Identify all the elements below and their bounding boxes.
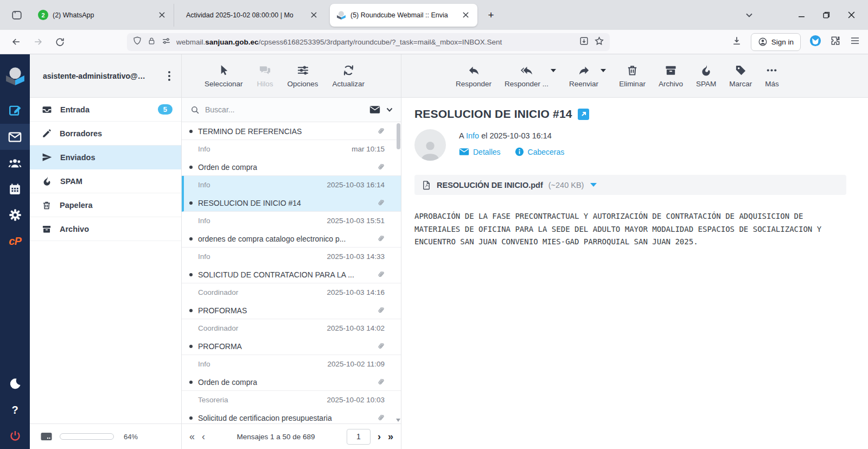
headers-button[interactable]: Cabeceras [515, 147, 565, 156]
firefox-view-icon[interactable] [8, 6, 26, 24]
search-options-chevron-icon[interactable] [386, 106, 393, 113]
dark-mode-button[interactable] [0, 371, 30, 397]
quota-percent: 64% [124, 433, 138, 441]
open-in-new-window-icon[interactable] [578, 109, 589, 120]
mark-button[interactable]: Marcar [729, 64, 752, 88]
folder-spam[interactable]: SPAM [30, 169, 181, 193]
tab-roundcube-active[interactable]: (5) Roundcube Webmail :: Envia [330, 4, 477, 27]
permissions-icon[interactable] [161, 36, 171, 48]
person-icon [418, 139, 442, 161]
window-close-button[interactable] [839, 4, 864, 26]
address-bar[interactable]: webmail.sanjuan.gob.ec/cpsess6168253395/… [127, 33, 610, 51]
options-button[interactable]: Opciones [288, 64, 318, 88]
downloads-icon[interactable] [731, 35, 742, 48]
tab-actividad[interactable]: Actividad 2025-10-02 08:00:00 | Mo [174, 4, 326, 27]
search-scope-mail-icon[interactable] [369, 105, 380, 114]
close-tab-icon[interactable] [459, 9, 472, 22]
folder-label: Archivo [60, 225, 89, 233]
window-minimize-button[interactable] [789, 4, 814, 26]
forward-button[interactable]: Reenviar [569, 64, 598, 88]
last-page-button[interactable]: » [388, 432, 393, 441]
unread-dot [189, 381, 193, 384]
more-button[interactable]: Más [765, 64, 779, 88]
pagination-text: Mensajes 1 a 50 de 689 [212, 433, 340, 441]
new-tab-button[interactable]: + [482, 6, 500, 24]
page-number-input[interactable] [347, 429, 371, 445]
save-page-icon[interactable] [579, 36, 589, 48]
select-button[interactable]: Seleccionar [205, 64, 243, 88]
compose-icon [8, 104, 22, 118]
contacts-nav-button[interactable] [0, 150, 30, 176]
reply-all-dropdown-caret[interactable] [551, 69, 556, 72]
attachment-dropdown-caret[interactable] [590, 183, 597, 187]
pdf-file-icon [422, 180, 431, 191]
app-rail: cP ? [0, 54, 30, 449]
extensions-puzzle-icon[interactable] [830, 35, 841, 48]
refresh-button[interactable]: Actualizar [333, 64, 365, 88]
calendar-nav-button[interactable] [0, 176, 30, 202]
sender-avatar [414, 129, 446, 161]
reload-icon[interactable] [51, 33, 68, 50]
message-list-item[interactable]: TERMINO DE REFERENCIAS [182, 122, 401, 140]
forward-dropdown-caret[interactable] [601, 69, 606, 72]
bookmark-star-icon[interactable] [594, 36, 604, 48]
message-list-item[interactable]: Coordinador2025-10-03 14:16 PROFORMAS [182, 283, 401, 319]
reply-button[interactable]: Responder [456, 64, 492, 88]
reply-all-button[interactable]: Responder ... [505, 64, 548, 88]
prev-page-button[interactable]: ‹ [202, 432, 205, 441]
shield-icon[interactable] [132, 36, 142, 48]
roundcube-favicon [336, 11, 346, 20]
settings-nav-button[interactable] [0, 202, 30, 228]
list-scrollbar-thumb[interactable] [397, 123, 400, 149]
account-menu-icon[interactable] [165, 69, 174, 83]
message-list-item[interactable]: Tesoreria2025-10-02 10:03 Solicitud de c… [182, 391, 401, 423]
archive-button[interactable]: Archivo [659, 64, 683, 88]
message-list-item[interactable]: Info2025-10-02 11:09 Orden de compra [182, 355, 401, 391]
attachment-paperclip-icon [374, 161, 387, 173]
folder-papelera[interactable]: Papelera [30, 193, 181, 217]
next-page-button[interactable]: › [378, 432, 381, 441]
close-tab-icon[interactable] [307, 9, 320, 22]
attachment-item[interactable]: RESOLUCIÓN DE INICIO.pdf (~240 KB) [414, 175, 846, 195]
sign-in-button[interactable]: Sign in [751, 33, 801, 51]
help-button[interactable]: ? [0, 397, 30, 423]
message-list-item-selected[interactable]: Info2025-10-03 16:14 RESOLUCION DE INICI… [182, 176, 401, 212]
message-list-item[interactable]: Info2025-10-03 14:33 SOLICITUD DE CONTRA… [182, 248, 401, 283]
first-page-button[interactable]: « [189, 432, 195, 441]
roundcube-logo [0, 54, 30, 98]
archive-icon [665, 64, 677, 77]
folder-enviados[interactable]: Enviados [30, 146, 181, 169]
recipient-link[interactable]: Info [466, 131, 479, 140]
folder-borradores[interactable]: Borradores [30, 122, 181, 146]
details-button[interactable]: Detalles [459, 147, 501, 156]
back-icon[interactable] [8, 33, 25, 50]
list-scrollbar-down-arrow[interactable] [396, 419, 400, 422]
compose-button[interactable] [0, 98, 30, 124]
search-input[interactable] [205, 105, 364, 114]
message-list-item[interactable]: Infomar 10:15 Orden de compra [182, 140, 401, 176]
lock-icon[interactable] [147, 36, 156, 48]
folder-entrada[interactable]: Entrada 5 [30, 98, 181, 122]
spam-button[interactable]: SPAM [696, 64, 716, 88]
message-list-item[interactable]: Coordinador2025-10-03 14:02 PROFORMA [182, 319, 401, 355]
forward-icon[interactable] [29, 33, 47, 50]
list-all-tabs-icon[interactable] [740, 6, 758, 24]
paper-plane-icon [42, 152, 52, 162]
mail-nav-button[interactable] [0, 124, 30, 150]
menu-hamburger-icon[interactable] [850, 35, 860, 48]
firefox-account-icon[interactable] [809, 35, 821, 49]
attachment-size: (~240 KB) [548, 181, 584, 189]
logout-button[interactable] [0, 423, 30, 449]
tab-title: (2) WhatsApp [53, 11, 151, 19]
tab-whatsapp[interactable]: 2 (2) WhatsApp [31, 4, 174, 27]
unread-dot [189, 309, 193, 312]
folder-archivo[interactable]: Archivo [30, 217, 181, 241]
threads-button[interactable]: Hilos [257, 64, 273, 88]
reply-all-icon [520, 64, 533, 77]
window-restore-button[interactable] [814, 4, 839, 26]
message-list-item[interactable]: Info2025-10-03 15:51 ordenes de compra c… [182, 212, 401, 248]
delete-button[interactable]: Eliminar [619, 64, 646, 88]
cpanel-button[interactable]: cP [0, 228, 30, 254]
unread-dot [189, 166, 193, 169]
close-tab-icon[interactable] [155, 9, 168, 22]
